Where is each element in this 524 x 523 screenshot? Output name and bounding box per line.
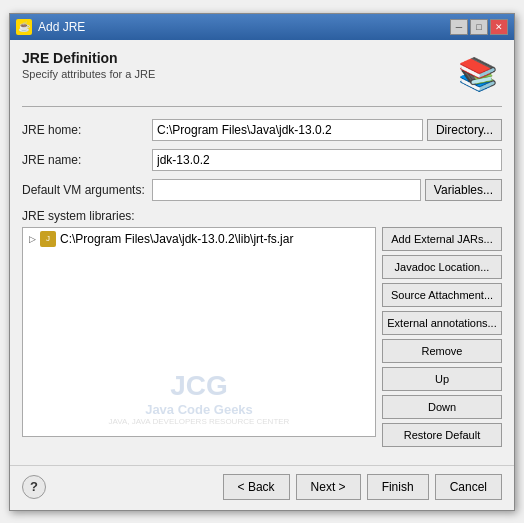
title-bar: ☕ Add JRE ─ □ ✕: [10, 14, 514, 40]
javadoc-location-button[interactable]: Javadoc Location...: [382, 255, 502, 279]
window-controls: ─ □ ✕: [450, 19, 508, 35]
variables-button[interactable]: Variables...: [425, 179, 502, 201]
page-title: JRE Definition: [22, 50, 155, 66]
title-bar-left: ☕ Add JRE: [16, 19, 85, 35]
books-decorative-icon: 📚: [458, 55, 498, 93]
directory-button[interactable]: Directory...: [427, 119, 502, 141]
window-title: Add JRE: [38, 20, 85, 34]
footer: ? < Back Next > Finish Cancel: [10, 465, 514, 510]
libraries-label: JRE system libraries:: [22, 209, 502, 223]
content-area: JRE Definition Specify attributes for a …: [10, 40, 514, 457]
library-path: C:\Program Files\Java\jdk-13.0.2\lib\jrt…: [60, 232, 293, 246]
vm-args-label: Default VM arguments:: [22, 183, 152, 197]
header-icon: 📚: [454, 50, 502, 98]
remove-button[interactable]: Remove: [382, 339, 502, 363]
libraries-list[interactable]: ▷ J C:\Program Files\Java\jdk-13.0.2\lib…: [22, 227, 376, 437]
down-button[interactable]: Down: [382, 395, 502, 419]
main-window: ☕ Add JRE ─ □ ✕ JRE Definition Specify a…: [9, 13, 515, 511]
page-subtitle: Specify attributes for a JRE: [22, 68, 155, 80]
footer-right: < Back Next > Finish Cancel: [223, 474, 502, 500]
tree-expand-icon: ▷: [29, 234, 36, 244]
finish-button[interactable]: Finish: [367, 474, 429, 500]
jre-home-row: JRE home: Directory...: [22, 119, 502, 141]
external-annotations-button[interactable]: External annotations...: [382, 311, 502, 335]
libraries-section: ▷ J C:\Program Files\Java\jdk-13.0.2\lib…: [22, 227, 502, 447]
jre-name-input[interactable]: [152, 149, 502, 171]
header-section: JRE Definition Specify attributes for a …: [22, 50, 502, 107]
window-icon: ☕: [16, 19, 32, 35]
watermark-logo: JCG: [109, 370, 290, 402]
back-button[interactable]: < Back: [223, 474, 290, 500]
source-attachment-button[interactable]: Source Attachment...: [382, 283, 502, 307]
jre-home-input[interactable]: [152, 119, 423, 141]
jre-name-label: JRE name:: [22, 153, 152, 167]
vm-args-input[interactable]: [152, 179, 421, 201]
add-external-jars-button[interactable]: Add External JARs...: [382, 227, 502, 251]
jar-file-icon: J: [40, 231, 56, 247]
watermark-tagline: JAVA, JAVA DEVELOPERS RESOURCE CENTER: [109, 417, 290, 426]
footer-left: ?: [22, 475, 46, 499]
minimize-button[interactable]: ─: [450, 19, 468, 35]
cancel-button[interactable]: Cancel: [435, 474, 502, 500]
side-buttons-panel: Add External JARs... Javadoc Location...…: [382, 227, 502, 447]
jre-name-row: JRE name:: [22, 149, 502, 171]
restore-default-button[interactable]: Restore Default: [382, 423, 502, 447]
watermark-brand: Java Code Geeks: [109, 402, 290, 417]
up-button[interactable]: Up: [382, 367, 502, 391]
watermark: JCG Java Code Geeks JAVA, JAVA DEVELOPER…: [109, 370, 290, 426]
help-button[interactable]: ?: [22, 475, 46, 499]
next-button[interactable]: Next >: [296, 474, 361, 500]
list-item[interactable]: ▷ J C:\Program Files\Java\jdk-13.0.2\lib…: [23, 228, 375, 250]
maximize-button[interactable]: □: [470, 19, 488, 35]
jre-home-label: JRE home:: [22, 123, 152, 137]
close-button[interactable]: ✕: [490, 19, 508, 35]
header-text: JRE Definition Specify attributes for a …: [22, 50, 155, 80]
vm-args-row: Default VM arguments: Variables...: [22, 179, 502, 201]
